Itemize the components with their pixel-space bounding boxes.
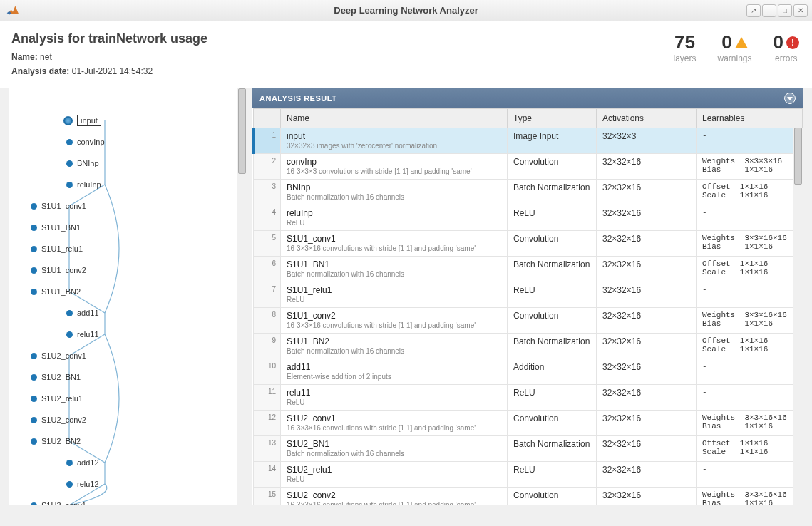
cell-activations: 32×32×16 [597, 154, 697, 180]
cell-activations: 32×32×16 [597, 359, 697, 385]
node-dot-icon [31, 438, 37, 445]
node-label: S1U2_BN1 [41, 373, 81, 381]
graph-node[interactable]: S1U1_BN1 [31, 217, 247, 238]
graph-node[interactable]: S1U2_conv1 [31, 345, 247, 366]
table-row[interactable]: 7S1U1_relu1ReLUReLU32×32×16- [254, 282, 803, 308]
date-label: Analysis date: [11, 66, 69, 76]
table-row[interactable]: 15S1U2_conv216 3×3×16 convolutions with … [254, 488, 803, 505]
table-row[interactable]: 12S1U2_conv116 3×3×16 convolutions with … [254, 411, 803, 436]
node-dot-icon [31, 502, 37, 506]
table-row[interactable]: 11relu11ReLUReLU32×32×16- [254, 385, 803, 411]
cell-type: ReLU [508, 462, 597, 488]
node-label: S1U1_conv2 [41, 266, 86, 274]
col-name[interactable]: Name [281, 109, 508, 128]
window-minimize-button[interactable]: — [762, 4, 776, 17]
name-label: Name: [11, 52, 38, 62]
graph-scrollbar[interactable] [237, 88, 247, 505]
cell-type: Batch Normalization [508, 436, 597, 462]
table-scrollbar[interactable] [793, 128, 803, 505]
node-label: reluInp [77, 180, 101, 189]
analysis-table[interactable]: Name Type Activations Learnables 1input3… [252, 108, 803, 505]
window-maximize-button[interactable]: □ [778, 4, 792, 17]
graph-node[interactable]: convInp [66, 131, 247, 153]
node-dot-icon [31, 396, 37, 402]
table-row[interactable]: 8S1U1_conv216 3×3×16 convolutions with s… [254, 308, 803, 334]
window-close-button[interactable]: ✕ [793, 4, 808, 17]
graph-node[interactable]: S1U2_BN1 [31, 366, 247, 388]
col-idx[interactable] [254, 109, 281, 128]
header: Analysis for trainNetwork usage Name: ne… [0, 21, 812, 88]
cell-type: Convolution [508, 231, 597, 257]
cell-name: add11Element-wise addition of 2 inputs [281, 359, 508, 385]
node-dot-icon [66, 331, 73, 338]
graph-node[interactable]: BNInp [66, 153, 247, 174]
warning-icon [735, 37, 748, 48]
cell-name: input32×32×3 images with 'zerocenter' no… [281, 128, 508, 154]
table-row[interactable]: 4reluInpReLUReLU32×32×16- [254, 205, 803, 231]
cell-learnables: Weights 3×3×16×16 Bias 1×1×16 [697, 488, 803, 505]
table-row[interactable]: 3BNInpBatch normalization with 16 channe… [254, 180, 803, 205]
collapse-icon[interactable] [784, 93, 796, 104]
table-row[interactable]: 13S1U2_BN1Batch normalization with 16 ch… [254, 436, 803, 462]
cell-name: S1U1_conv116 3×3×16 convolutions with st… [281, 231, 508, 257]
name-value: net [40, 52, 52, 62]
cell-name: S1U2_conv216 3×3×16 convolutions with st… [281, 488, 508, 505]
table-row[interactable]: 9S1U1_BN2Batch normalization with 16 cha… [254, 334, 803, 359]
node-dot-icon [66, 160, 73, 167]
graph-node[interactable]: S1U2_BN2 [31, 430, 247, 452]
node-label: add12 [77, 458, 99, 467]
node-label: S1U2_BN2 [41, 437, 81, 445]
cell-activations: 32×32×16 [597, 385, 697, 411]
node-label: S1U2_conv1 [41, 351, 86, 360]
graph-node[interactable]: add12 [66, 452, 247, 473]
col-type[interactable]: Type [508, 109, 597, 128]
graph-node[interactable]: S1U1_conv1 [31, 195, 247, 217]
cell-learnables: - [697, 359, 803, 385]
graph-node[interactable]: S1U2_relu1 [31, 388, 247, 409]
graph-node[interactable]: add11 [66, 302, 247, 324]
node-label: S1U2_relu1 [41, 394, 83, 403]
node-label: S1U3_conv1 [41, 501, 86, 505]
table-row[interactable]: 1input32×32×3 images with 'zerocenter' n… [254, 128, 803, 154]
cell-type: Image Input [508, 128, 597, 154]
network-graph-pane[interactable]: inputconvInpBNInpreluInpS1U1_conv1S1U1_B… [9, 88, 247, 505]
page-title: Analysis for trainNetwork usage [11, 31, 207, 46]
cell-idx: 3 [254, 180, 281, 205]
table-row[interactable]: 6S1U1_BN1Batch normalization with 16 cha… [254, 257, 803, 282]
graph-node[interactable]: reluInp [66, 174, 247, 195]
graph-node[interactable]: S1U1_BN2 [31, 281, 247, 302]
node-dot-icon [31, 353, 37, 359]
cell-learnables: - [697, 205, 803, 231]
cell-idx: 12 [254, 411, 281, 436]
table-row[interactable]: 2convInp16 3×3×3 convolutions with strid… [254, 154, 803, 180]
cell-activations: 32×32×16 [597, 308, 697, 334]
col-learnables[interactable]: Learnables [697, 109, 803, 128]
graph-node[interactable]: input [66, 110, 247, 131]
graph-node[interactable]: S1U1_conv2 [31, 259, 247, 281]
node-dot-icon [66, 460, 73, 466]
cell-activations: 32×32×16 [597, 205, 697, 231]
cell-name: convInp16 3×3×3 convolutions with stride… [281, 154, 508, 180]
cell-learnables: - [697, 462, 803, 488]
cell-name: S1U2_conv116 3×3×16 convolutions with st… [281, 411, 508, 436]
error-icon [786, 36, 799, 49]
graph-node[interactable]: S1U2_conv2 [31, 409, 247, 430]
node-dot-icon [31, 203, 37, 210]
graph-node[interactable]: relu11 [66, 324, 247, 345]
graph-node[interactable]: S1U1_relu1 [31, 238, 247, 259]
cell-learnables: - [697, 128, 803, 154]
window-undock-button[interactable]: ↗ [746, 4, 761, 17]
cell-type: Batch Normalization [508, 257, 597, 282]
cell-activations: 32×32×16 [597, 462, 697, 488]
cell-idx: 4 [254, 205, 281, 231]
table-row[interactable]: 10add11Element-wise addition of 2 inputs… [254, 359, 803, 385]
cell-idx: 7 [254, 282, 281, 308]
cell-type: Batch Normalization [508, 180, 597, 205]
col-activations[interactable]: Activations [597, 109, 697, 128]
cell-type: Convolution [508, 411, 597, 436]
table-row[interactable]: 5S1U1_conv116 3×3×16 convolutions with s… [254, 231, 803, 257]
cell-activations: 32×32×3 [597, 128, 697, 154]
graph-node[interactable]: relu12 [66, 473, 247, 495]
table-row[interactable]: 14S1U2_relu1ReLUReLU32×32×16- [254, 462, 803, 488]
graph-node[interactable]: S1U3_conv1 [31, 495, 247, 505]
